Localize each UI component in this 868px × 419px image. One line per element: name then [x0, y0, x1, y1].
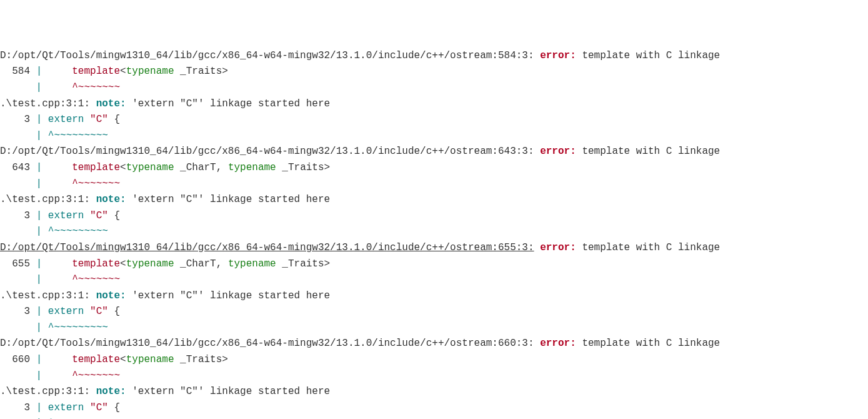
keyword-template: template — [72, 162, 120, 173]
keyword-typename: typename — [126, 162, 174, 173]
output-line: | ^~~~~~~~~~ — [0, 320, 868, 336]
error-location: D:/opt/Qt/Tools/mingw1310_64/lib/gcc/x86… — [0, 146, 534, 157]
string-literal: "C" — [90, 210, 108, 221]
pipe-separator: | — [36, 210, 42, 221]
error-location: D:/opt/Qt/Tools/mingw1310_64/lib/gcc/x86… — [0, 242, 534, 253]
keyword-typename: typename — [126, 354, 174, 365]
note-label: note: — [96, 194, 126, 205]
error-label: error: — [540, 50, 576, 61]
note-label: note: — [96, 386, 126, 397]
pipe-separator: | — [36, 322, 42, 333]
keyword-template: template — [72, 258, 120, 270]
output-line: D:/opt/Qt/Tools/mingw1310_64/lib/gcc/x86… — [0, 144, 868, 160]
error-underline: ^~~~~~~~ — [72, 274, 120, 285]
line-number: 3 — [0, 210, 30, 221]
keyword-typename: typename — [228, 162, 276, 173]
output-line: 3 | extern "C" { — [0, 400, 868, 416]
note-underline: ^~~~~~~~~~ — [48, 130, 108, 141]
error-message: template with C linkage — [582, 50, 720, 61]
output-line: 3 | extern "C" { — [0, 208, 868, 225]
error-underline: ^~~~~~~~ — [72, 370, 120, 381]
output-line: .\test.cpp:3:1: note: 'extern "C"' linka… — [0, 288, 868, 305]
error-label: error: — [540, 338, 576, 349]
keyword-typename: typename — [126, 258, 174, 270]
pipe-separator: | — [36, 258, 42, 270]
output-line: 3 | extern "C" { — [0, 112, 868, 128]
note-location: .\test.cpp:3:1: — [0, 386, 90, 397]
output-line: 643 | template<typename _CharT, typename… — [0, 160, 868, 176]
string-literal: "C" — [90, 402, 108, 413]
line-number: 655 — [0, 258, 30, 270]
error-label: error: — [540, 242, 576, 253]
note-label: note: — [96, 290, 126, 301]
line-number: 660 — [0, 354, 30, 365]
output-line: | ^~~~~~~~~~ — [0, 128, 868, 144]
keyword-extern: extern — [48, 114, 84, 125]
string-literal: "C" — [90, 114, 108, 125]
line-number: 3 — [0, 402, 30, 413]
output-line: | ^~~~~~~~~~ — [0, 224, 868, 240]
keyword-extern: extern — [48, 210, 84, 221]
error-label: error: — [540, 146, 576, 157]
output-line: .\test.cpp:3:1: note: 'extern "C"' linka… — [0, 192, 868, 208]
note-underline: ^~~~~~~~~~ — [48, 322, 108, 333]
pipe-separator: | — [36, 402, 42, 413]
output-line: | ^~~~~~~~ — [0, 272, 868, 288]
keyword-extern: extern — [48, 306, 84, 317]
output-line: D:/opt/Qt/Tools/mingw1310_64/lib/gcc/x86… — [0, 48, 868, 64]
note-underline: ^~~~~~~~~~ — [48, 226, 108, 237]
note-message: 'extern "C"' linkage started here — [132, 290, 330, 301]
pipe-separator: | — [36, 66, 42, 77]
pipe-separator: | — [36, 114, 42, 125]
error-location: D:/opt/Qt/Tools/mingw1310_64/lib/gcc/x86… — [0, 338, 534, 349]
line-number: 643 — [0, 162, 30, 173]
note-message: 'extern "C"' linkage started here — [132, 98, 330, 109]
pipe-separator: | — [36, 226, 42, 237]
note-location: .\test.cpp:3:1: — [0, 194, 90, 205]
error-underline: ^~~~~~~~ — [72, 82, 120, 93]
output-line: | ^~~~~~~~ — [0, 368, 868, 385]
output-line: 655 | template<typename _CharT, typename… — [0, 256, 868, 273]
note-label: note: — [96, 98, 126, 109]
note-location: .\test.cpp:3:1: — [0, 290, 90, 301]
note-message: 'extern "C"' linkage started here — [132, 194, 330, 205]
keyword-typename: typename — [126, 66, 174, 77]
pipe-separator: | — [36, 130, 42, 141]
pipe-separator: | — [36, 306, 42, 317]
output-line: .\test.cpp:3:1: note: 'extern "C"' linka… — [0, 384, 868, 400]
keyword-typename: typename — [228, 258, 276, 270]
error-message: template with C linkage — [582, 146, 720, 157]
error-location: D:/opt/Qt/Tools/mingw1310_64/lib/gcc/x86… — [0, 50, 534, 61]
output-line: 584 | template<typename _Traits> — [0, 64, 868, 80]
output-line: D:/opt/Qt/Tools/mingw1310_64/lib/gcc/x86… — [0, 240, 868, 256]
output-line: 660 | template<typename _Traits> — [0, 352, 868, 368]
output-line: | ^~~~~~~~~~ — [0, 416, 868, 419]
note-message: 'extern "C"' linkage started here — [132, 386, 330, 397]
pipe-separator: | — [36, 274, 42, 285]
pipe-separator: | — [36, 178, 42, 189]
output-line: | ^~~~~~~~ — [0, 176, 868, 193]
line-number: 3 — [0, 306, 30, 317]
output-line: 3 | extern "C" { — [0, 304, 868, 320]
output-line: D:/opt/Qt/Tools/mingw1310_64/lib/gcc/x86… — [0, 336, 868, 352]
output-line: .\test.cpp:3:1: note: 'extern "C"' linka… — [0, 96, 868, 113]
output-line: | ^~~~~~~~ — [0, 80, 868, 96]
pipe-separator: | — [36, 82, 42, 93]
keyword-extern: extern — [48, 402, 84, 413]
line-number: 584 — [0, 66, 30, 77]
pipe-separator: | — [36, 354, 42, 365]
error-underline: ^~~~~~~~ — [72, 178, 120, 189]
keyword-template: template — [72, 354, 120, 365]
keyword-template: template — [72, 66, 120, 77]
compiler-output: D:/opt/Qt/Tools/mingw1310_64/lib/gcc/x86… — [0, 48, 868, 419]
pipe-separator: | — [36, 162, 42, 173]
pipe-separator: | — [36, 370, 42, 381]
error-message: template with C linkage — [582, 242, 720, 253]
string-literal: "C" — [90, 306, 108, 317]
line-number: 3 — [0, 114, 30, 125]
error-message: template with C linkage — [582, 338, 720, 349]
note-location: .\test.cpp:3:1: — [0, 98, 90, 109]
